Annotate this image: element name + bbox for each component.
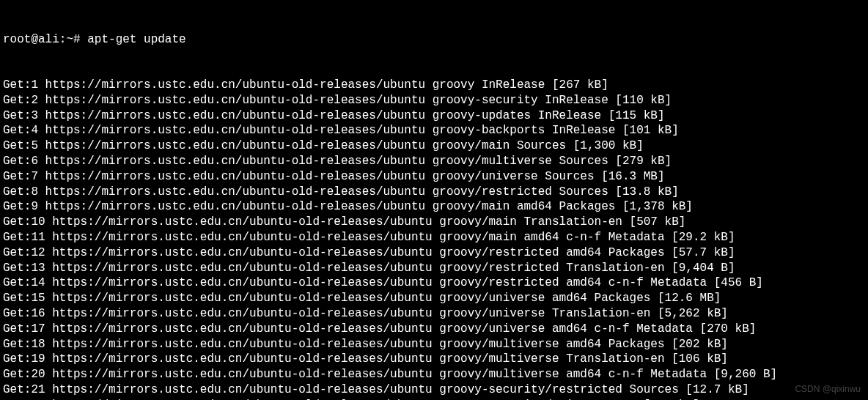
apt-get-line: Get:15 https://mirrors.ustc.edu.cn/ubunt… [3, 291, 865, 306]
apt-get-line: Get:1 https://mirrors.ustc.edu.cn/ubuntu… [3, 78, 865, 93]
apt-get-line: Get:11 https://mirrors.ustc.edu.cn/ubunt… [3, 230, 865, 245]
shell-prompt: root@ali:~# [3, 33, 87, 46]
apt-get-line: Get:19 https://mirrors.ustc.edu.cn/ubunt… [3, 352, 865, 367]
terminal-output[interactable]: root@ali:~# apt-get update Get:1 https:/… [0, 0, 868, 400]
apt-get-line: Get:21 https://mirrors.ustc.edu.cn/ubunt… [3, 382, 865, 398]
shell-command: apt-get update [87, 33, 185, 46]
apt-get-line: Get:2 https://mirrors.ustc.edu.cn/ubuntu… [3, 93, 865, 108]
apt-get-line: Get:16 https://mirrors.ustc.edu.cn/ubunt… [3, 306, 865, 322]
apt-get-line: Get:17 https://mirrors.ustc.edu.cn/ubunt… [3, 322, 865, 337]
apt-get-line: Get:3 https://mirrors.ustc.edu.cn/ubuntu… [3, 108, 865, 124]
apt-get-line: Get:20 https://mirrors.ustc.edu.cn/ubunt… [3, 367, 865, 382]
apt-get-line: Get:7 https://mirrors.ustc.edu.cn/ubuntu… [3, 169, 865, 185]
apt-get-line: Get:4 https://mirrors.ustc.edu.cn/ubuntu… [3, 123, 865, 138]
apt-get-line: Get:18 https://mirrors.ustc.edu.cn/ubunt… [3, 337, 865, 352]
apt-get-line: Get:12 https://mirrors.ustc.edu.cn/ubunt… [3, 245, 865, 261]
apt-get-line: Get:6 https://mirrors.ustc.edu.cn/ubuntu… [3, 154, 865, 169]
apt-get-line: Get:9 https://mirrors.ustc.edu.cn/ubuntu… [3, 199, 865, 215]
prompt-line: root@ali:~# apt-get update [3, 32, 865, 48]
apt-get-line: Get:8 https://mirrors.ustc.edu.cn/ubuntu… [3, 185, 865, 200]
apt-get-line: Get:14 https://mirrors.ustc.edu.cn/ubunt… [3, 275, 865, 291]
apt-get-line: Get:5 https://mirrors.ustc.edu.cn/ubuntu… [3, 138, 865, 154]
apt-get-line: Get:13 https://mirrors.ustc.edu.cn/ubunt… [3, 261, 865, 276]
apt-get-line: Get:10 https://mirrors.ustc.edu.cn/ubunt… [3, 215, 865, 230]
